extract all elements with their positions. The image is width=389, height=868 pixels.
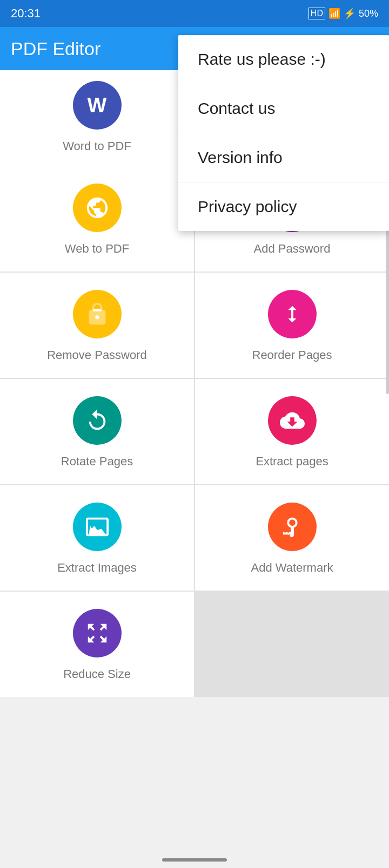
add-watermark-label: Add Watermark bbox=[251, 561, 333, 575]
grid-item-word-to-pdf[interactable]: W Word to PDF bbox=[0, 70, 194, 166]
menu-item-contact-us[interactable]: Contact us bbox=[178, 84, 389, 133]
reorder-pages-label: Reorder Pages bbox=[252, 348, 332, 362]
remove-password-label: Remove Password bbox=[47, 348, 147, 362]
add-password-label: Add Password bbox=[254, 242, 331, 256]
menu-item-privacy-policy[interactable]: Privacy policy bbox=[178, 182, 389, 231]
grid-item-extract-images[interactable]: Extract Images bbox=[0, 485, 194, 591]
word-to-pdf-label: Word to PDF bbox=[63, 139, 131, 153]
battery-icon: ⚡ bbox=[344, 8, 356, 19]
hd-icon: HD bbox=[308, 8, 325, 19]
rotate-pages-icon bbox=[73, 396, 122, 445]
signal-icon: 📶 bbox=[328, 8, 340, 19]
feature-grid: Web to PDF Add Password Remove Password bbox=[0, 166, 389, 697]
extract-pages-label: Extract pages bbox=[256, 455, 328, 469]
app-title: PDF Editor bbox=[11, 38, 100, 59]
extract-images-label: Extract Images bbox=[57, 561, 137, 575]
reduce-size-label: Reduce Size bbox=[63, 667, 131, 681]
menu-item-rate-us[interactable]: Rate us please :-) bbox=[178, 35, 389, 84]
extract-pages-icon bbox=[268, 396, 317, 445]
reorder-pages-icon bbox=[268, 290, 317, 338]
grid-item-remove-password[interactable]: Remove Password bbox=[0, 273, 194, 378]
grid-item-extract-pages[interactable]: Extract pages bbox=[195, 379, 389, 484]
menu-item-version-info[interactable]: Version info bbox=[178, 133, 389, 182]
grid-item-add-watermark[interactable]: Add Watermark bbox=[195, 485, 389, 591]
reduce-size-icon bbox=[73, 609, 122, 657]
bottom-nav-indicator bbox=[162, 858, 227, 862]
status-icons: HD 📶 ⚡ 50% bbox=[308, 8, 378, 19]
word-to-pdf-icon: W bbox=[73, 81, 122, 130]
rotate-pages-label: Rotate Pages bbox=[61, 455, 133, 469]
battery-level: 50% bbox=[359, 8, 378, 19]
status-time: 20:31 bbox=[11, 6, 41, 21]
extract-images-icon bbox=[73, 503, 122, 551]
dropdown-menu: Rate us please :-) Contact us Version in… bbox=[178, 35, 389, 231]
status-bar: 20:31 HD 📶 ⚡ 50% bbox=[0, 0, 389, 27]
grid-item-reduce-size[interactable]: Reduce Size bbox=[0, 592, 194, 697]
grid-item-web-to-pdf[interactable]: Web to PDF bbox=[0, 166, 194, 272]
add-watermark-icon bbox=[268, 503, 317, 551]
grid-item-rotate-pages[interactable]: Rotate Pages bbox=[0, 379, 194, 484]
remove-password-icon bbox=[73, 290, 122, 338]
grid-item-reorder-pages[interactable]: Reorder Pages bbox=[195, 273, 389, 378]
web-to-pdf-icon bbox=[73, 184, 122, 232]
web-to-pdf-label: Web to PDF bbox=[65, 242, 129, 256]
